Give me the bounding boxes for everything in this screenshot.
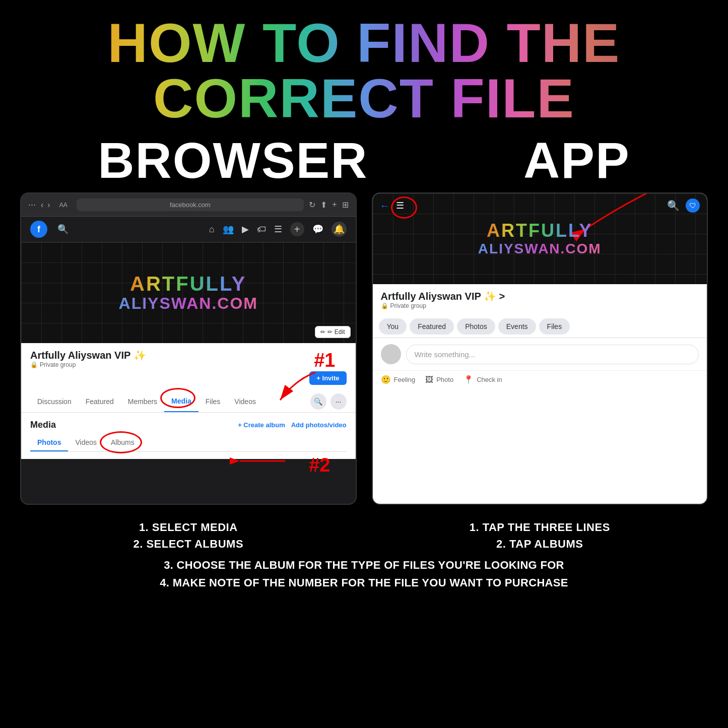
app-action-feeling[interactable]: 🙂 Feeling — [381, 375, 416, 384]
search-icon[interactable]: 🔍 — [57, 224, 69, 235]
instructions-row: 1. SELECT MEDIA 2. SELECT ALBUMS 1. TAP … — [20, 519, 708, 552]
app-cover: ← ☰ 🔍 🛡 — [373, 193, 707, 284]
app-tab-you[interactable]: You — [379, 318, 407, 335]
browser-label: BROWSER — [98, 135, 368, 185]
messenger-icon[interactable]: 💬 — [312, 224, 323, 235]
app-action-checkin[interactable]: 📍 Check in — [464, 375, 502, 384]
app-tab-files[interactable]: Files — [539, 318, 570, 335]
checkin-label: Check in — [477, 376, 502, 383]
create-album-link[interactable]: + Create album — [238, 421, 285, 429]
media-tab-videos[interactable]: Videos — [68, 434, 104, 451]
media-tab-albums[interactable]: Albums — [104, 434, 142, 451]
app-back-icon[interactable]: ← — [380, 200, 390, 212]
cover-area: ARTFULLY ALIYSWAN.COM ✏ ✏ Edit — [21, 242, 356, 343]
app-artfully-text: ARTFULLY ALIYSWAN.COM — [478, 221, 602, 257]
feeling-icon: 🙂 — [381, 375, 391, 384]
share-icon[interactable]: ⬆ — [320, 200, 327, 210]
browser-screenshot: ··· ‹ › AA facebook.com ↻ ⬆ + ⊞ f 🔍 — [20, 192, 357, 505]
photo-label: Photo — [436, 376, 453, 383]
app-tab-featured[interactable]: Featured — [410, 318, 454, 335]
private-label: 🔒 Private group — [30, 361, 347, 368]
home-icon[interactable]: ⌂ — [209, 224, 215, 235]
video-icon[interactable]: ▶ — [242, 224, 249, 235]
feeling-label: Feeling — [394, 376, 416, 383]
browser-instructions: 1. SELECT MEDIA 2. SELECT ALBUMS — [20, 519, 357, 552]
checkin-icon: 📍 — [464, 375, 474, 384]
lock-icon: 🔒 — [30, 361, 38, 368]
media-actions: + Create album Add photos/video — [238, 421, 346, 429]
photo-icon: 🖼 — [425, 375, 433, 384]
screenshots-row: ··· ‹ › AA facebook.com ↻ ⬆ + ⊞ f 🔍 — [20, 192, 708, 505]
app-label: APP — [523, 135, 630, 185]
arrow-1-svg — [265, 370, 325, 410]
refresh-icon[interactable]: ↻ — [309, 200, 315, 210]
artfully-line1: ARTFULLY — [119, 273, 258, 295]
tab-files[interactable]: Files — [198, 391, 228, 412]
bottom-instruction-4: 4. MAKE NOTE OF THE NUMBER FOR THE FILE … — [20, 574, 708, 591]
app-screenshot: ← ☰ 🔍 🛡 — [372, 192, 708, 505]
notification-icon[interactable]: 🔔 — [332, 222, 347, 237]
app-shield-icon[interactable]: 🛡 — [686, 198, 700, 213]
app-write-box: Write something... — [373, 338, 707, 370]
app-group-name: Artfully Aliyswan VIP ✨ > — [381, 290, 699, 302]
app-write-input[interactable]: Write something... — [406, 345, 699, 364]
app-instruction-1: 1. TAP THE THREE LINES — [372, 519, 708, 536]
edit-icon: ✏ — [320, 328, 325, 336]
artfully-line2: ALIYSWAN.COM — [119, 295, 258, 312]
title-row: HOW TO FIND THE CORRECT FILE — [20, 15, 708, 126]
app-instruction-2: 2. TAP ALBUMS — [372, 536, 708, 552]
app-search-icon[interactable]: 🔍 — [667, 200, 680, 212]
app-instructions: 1. TAP THE THREE LINES 2. TAP ALBUMS — [372, 519, 708, 552]
add-icon[interactable]: + — [290, 222, 304, 236]
media-circle — [160, 388, 195, 408]
app-artfully-line1: ARTFULLY — [478, 221, 602, 241]
app-artfully-line2: ALIYSWAN.COM — [478, 241, 602, 257]
browser-nav: f 🔍 ⌂ 👥 ▶ 🏷 ☰ + 💬 🔔 — [21, 217, 356, 242]
more-tab-button[interactable]: ··· — [330, 393, 347, 410]
edit-button[interactable]: ✏ ✏ Edit — [315, 326, 350, 338]
people-icon[interactable]: 👥 — [223, 224, 234, 235]
app-action-bar: 🙂 Feeling 🖼 Photo 📍 Check in — [373, 370, 707, 388]
app-private-label: 🔒 Private group — [381, 302, 699, 309]
plus-icon[interactable]: + — [332, 200, 337, 210]
media-section: Media + Create album Add photos/video Ph… — [21, 413, 356, 459]
market-icon[interactable]: 🏷 — [257, 224, 266, 235]
tab-videos[interactable]: Videos — [227, 391, 263, 412]
back-icon[interactable]: ‹ — [41, 201, 43, 210]
media-header: Media + Create album Add photos/video — [30, 420, 347, 430]
app-avatar — [381, 344, 401, 364]
app-menu-icon[interactable]: ☰ — [396, 200, 404, 211]
browser-instruction-2: 2. SELECT ALBUMS — [20, 536, 357, 552]
tab-featured[interactable]: Featured — [79, 391, 121, 412]
app-lock-icon: 🔒 — [381, 302, 388, 309]
add-photos-link[interactable]: Add photos/video — [291, 421, 347, 429]
app-tab-photos[interactable]: Photos — [457, 318, 495, 335]
nav-icons: ⌂ 👥 ▶ 🏷 ☰ + 💬 🔔 — [209, 222, 347, 237]
media-tabs: Photos Videos Albums — [30, 434, 347, 452]
app-tab-events[interactable]: Events — [498, 318, 536, 335]
app-group-info: Artfully Aliyswan VIP ✨ > 🔒 Private grou… — [373, 284, 707, 315]
url-bar[interactable]: facebook.com — [77, 198, 304, 211]
main-container: HOW TO FIND THE CORRECT FILE BROWSER APP… — [0, 0, 728, 728]
bottom-instruction-3: 3. CHOOSE THE ALBUM FOR THE TYPE OF FILE… — [20, 556, 708, 574]
grid-icon[interactable]: ⊞ — [342, 200, 349, 210]
tab-media[interactable]: Media — [164, 391, 198, 412]
app-tabs: You Featured Photos Events Files — [373, 315, 707, 338]
browser-url-bar: ··· ‹ › AA facebook.com ↻ ⬆ + ⊞ — [21, 193, 356, 217]
browser-instruction-1: 1. SELECT MEDIA — [20, 519, 357, 536]
facebook-icon: f — [30, 221, 47, 238]
tab-discussion[interactable]: Discussion — [30, 391, 79, 412]
section-headers: BROWSER APP — [20, 135, 708, 185]
bottom-instructions: 3. CHOOSE THE ALBUM FOR THE TYPE OF FILE… — [20, 556, 708, 591]
annotation-1: #1 — [314, 350, 335, 371]
main-title: HOW TO FIND THE CORRECT FILE — [20, 15, 708, 126]
tab-members[interactable]: Members — [121, 391, 164, 412]
menu-icon[interactable]: ☰ — [274, 224, 282, 235]
arrow-2-svg — [230, 448, 290, 474]
forward-icon[interactable]: › — [47, 201, 50, 210]
app-action-photo[interactable]: 🖼 Photo — [425, 375, 453, 384]
group-name: Artfully Aliyswan VIP ✨ — [30, 349, 347, 361]
albums-circle — [100, 431, 142, 453]
media-tab-photos[interactable]: Photos — [30, 434, 68, 451]
browser-artfully-text: ARTFULLY ALIYSWAN.COM — [119, 273, 258, 312]
